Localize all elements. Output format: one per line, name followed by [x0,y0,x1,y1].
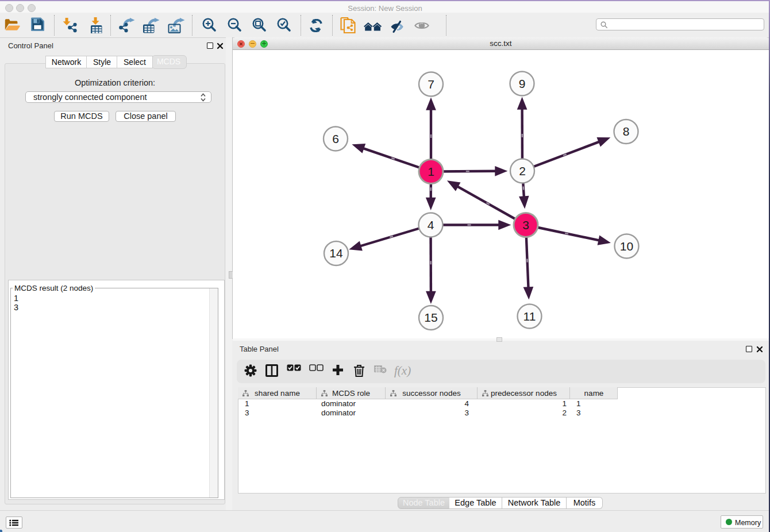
svg-text:1: 1 [428,165,434,178]
svg-text:10: 10 [620,240,633,253]
svg-text:3: 3 [522,218,529,232]
svg-text:8: 8 [623,125,630,138]
svg-text:14: 14 [329,246,343,260]
svg-text:11: 11 [523,310,536,323]
svg-text:7: 7 [428,78,434,91]
svg-text:2: 2 [519,164,526,178]
svg-text:6: 6 [332,132,339,145]
svg-text:15: 15 [424,311,437,324]
svg-text:4: 4 [428,218,434,232]
svg-text:9: 9 [519,77,526,90]
